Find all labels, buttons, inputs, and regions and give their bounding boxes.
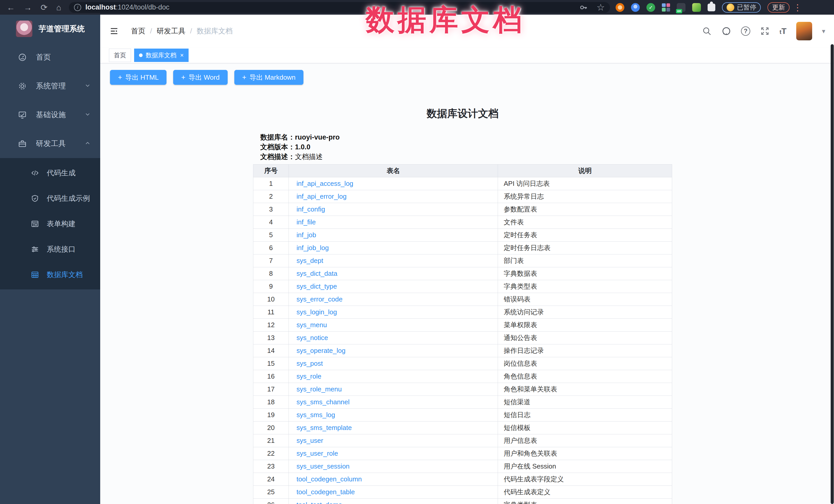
sidebar-item-devtools[interactable]: 研发工具 — [0, 129, 100, 158]
row-description: 参数配置表 — [498, 203, 672, 216]
browser-forward-icon[interactable]: → — [24, 3, 32, 12]
row-index: 26 — [253, 499, 289, 504]
breadcrumb: 首页 / 研发工具 / 数据库文档 — [131, 26, 233, 36]
table-link[interactable]: sys_login_log — [297, 308, 337, 316]
table-link[interactable]: tool_test_demo — [297, 501, 342, 504]
row-index: 11 — [253, 306, 289, 319]
sidebar-toggle-icon[interactable] — [109, 27, 119, 36]
table-link[interactable]: sys_user_role — [297, 450, 338, 457]
extension-check-icon[interactable]: ✓ — [646, 3, 655, 12]
sidebar-item-label: 系统管理 — [36, 81, 84, 91]
extension-leaf-icon[interactable] — [692, 3, 701, 12]
table-row: 13 sys_notice 通知公告表 — [253, 332, 672, 344]
table-link[interactable]: sys_sms_log — [297, 411, 335, 419]
row-index: 23 — [253, 460, 289, 473]
row-index: 7 — [253, 255, 289, 267]
bookmark-star-icon[interactable]: ☆ — [597, 3, 605, 12]
github-icon[interactable] — [722, 26, 731, 36]
table-link[interactable]: sys_dept — [297, 257, 323, 264]
update-label: 更新 — [772, 3, 785, 12]
sidebar-item-label: 研发工具 — [36, 138, 84, 149]
row-description: 短信日志 — [498, 409, 672, 421]
sidebar-item-system-api[interactable]: 系统接口 — [0, 237, 100, 262]
help-icon[interactable]: ? — [741, 26, 750, 36]
tag-db-doc[interactable]: 数据库文档 × — [134, 49, 189, 62]
sidebar-item-db-doc[interactable]: 数据库文档 — [0, 262, 100, 287]
row-description: 短信渠道 — [498, 396, 672, 409]
sidebar-item-infra[interactable]: 基础设施 — [0, 101, 100, 129]
table-link[interactable]: sys_dict_data — [297, 270, 337, 277]
sidebar-item-codegen-demo[interactable]: 代码生成示例 — [0, 185, 100, 211]
browser-menu-icon[interactable]: ⋮ — [793, 3, 802, 12]
table-link[interactable]: sys_notice — [297, 334, 328, 342]
table-link[interactable]: sys_sms_template — [297, 424, 352, 432]
table-link[interactable]: sys_post — [297, 359, 323, 367]
sidebar-item-label: 代码生成 — [47, 168, 91, 178]
table-link[interactable]: inf_config — [297, 205, 325, 213]
active-dot-icon — [139, 53, 142, 57]
export-markdown-button[interactable]: + 导出 Markdown — [234, 70, 304, 85]
table-link[interactable]: sys_operate_log — [297, 347, 346, 354]
tag-home[interactable]: 首页 — [109, 49, 131, 62]
table-link[interactable]: sys_role — [297, 372, 322, 380]
smiley-avatar-icon — [727, 4, 734, 11]
site-info-icon[interactable]: i — [74, 4, 81, 11]
plus-icon: + — [118, 73, 122, 82]
sidebar-item-codegen[interactable]: 代码生成 — [0, 160, 100, 185]
export-html-button[interactable]: + 导出 HTML — [110, 70, 167, 85]
table-row: 25 tool_codegen_table 代码生成表定义 — [253, 486, 672, 499]
gear-icon — [18, 82, 27, 90]
table-row: 4 inf_file 文件表 — [253, 216, 672, 229]
user-menu-caret-icon[interactable]: ▾ — [822, 27, 825, 35]
dashboard-icon — [18, 53, 27, 62]
table-row: 26 tool_test_demo 字典类型表 — [253, 499, 672, 504]
browser-reload-icon[interactable]: ⟳ — [41, 3, 47, 12]
table-link[interactable]: sys_error_code — [297, 295, 343, 303]
table-header-row: 序号 表名 说明 — [253, 165, 672, 177]
breadcrumb-home[interactable]: 首页 — [131, 26, 146, 36]
update-button[interactable]: 更新 — [767, 2, 790, 13]
table-row: 19 sys_sms_log 短信日志 — [253, 409, 672, 421]
password-key-icon[interactable] — [579, 3, 588, 12]
row-index: 5 — [253, 229, 289, 242]
table-link[interactable]: tool_codegen_table — [297, 488, 355, 496]
sidebar-item-home[interactable]: 首页 — [0, 43, 100, 72]
table-link[interactable]: inf_api_access_log — [297, 180, 353, 188]
row-index: 13 — [253, 332, 289, 344]
sidebar-item-label: 表单构建 — [47, 219, 91, 229]
font-size-icon[interactable]: tT — [780, 26, 787, 36]
extension-grid-icon[interactable] — [662, 3, 670, 12]
browser-back-icon[interactable]: ← — [7, 3, 15, 12]
row-description: 用户在线 Session — [498, 460, 672, 473]
table-link[interactable]: inf_job_log — [297, 244, 329, 251]
url-text: localhost:1024/tool/db-doc — [85, 3, 169, 11]
address-bar[interactable]: i localhost:1024/tool/db-doc ☆ — [69, 2, 610, 13]
table-link[interactable]: sys_sms_channel — [297, 398, 350, 406]
extensions-puzzle-icon[interactable] — [708, 4, 715, 11]
extension-orange-icon[interactable] — [616, 3, 624, 12]
table-link[interactable]: sys_user_session — [297, 462, 350, 470]
sidebar-item-system[interactable]: 系统管理 — [0, 72, 100, 101]
breadcrumb-devtools[interactable]: 研发工具 — [157, 26, 185, 36]
extension-pin-icon[interactable] — [631, 3, 640, 12]
app-logo-row[interactable]: 芋道管理系统 — [0, 15, 100, 43]
sidebar-item-form-builder[interactable]: 表单构建 — [0, 211, 100, 237]
extension-switch-icon[interactable]: on — [677, 3, 685, 12]
table-link[interactable]: tool_codegen_column — [297, 475, 362, 483]
table-grid-icon — [31, 271, 39, 279]
table-link[interactable]: inf_job — [297, 231, 316, 239]
table-link[interactable]: inf_api_error_log — [297, 193, 347, 200]
table-link[interactable]: sys_user — [297, 437, 323, 444]
browser-home-icon[interactable]: ⌂ — [56, 3, 61, 12]
close-icon[interactable]: × — [180, 52, 184, 58]
user-avatar[interactable] — [796, 22, 812, 40]
table-link[interactable]: sys_dict_type — [297, 282, 337, 290]
export-word-button[interactable]: + 导出 Word — [173, 70, 227, 85]
table-link[interactable]: inf_file — [297, 218, 316, 226]
fullscreen-icon[interactable] — [760, 26, 770, 36]
profile-chip[interactable]: 已暂停 — [722, 2, 761, 13]
table-link[interactable]: sys_role_menu — [297, 385, 342, 393]
page-scrollbar[interactable] — [831, 44, 834, 504]
search-icon[interactable] — [702, 26, 712, 36]
table-link[interactable]: sys_menu — [297, 321, 327, 329]
